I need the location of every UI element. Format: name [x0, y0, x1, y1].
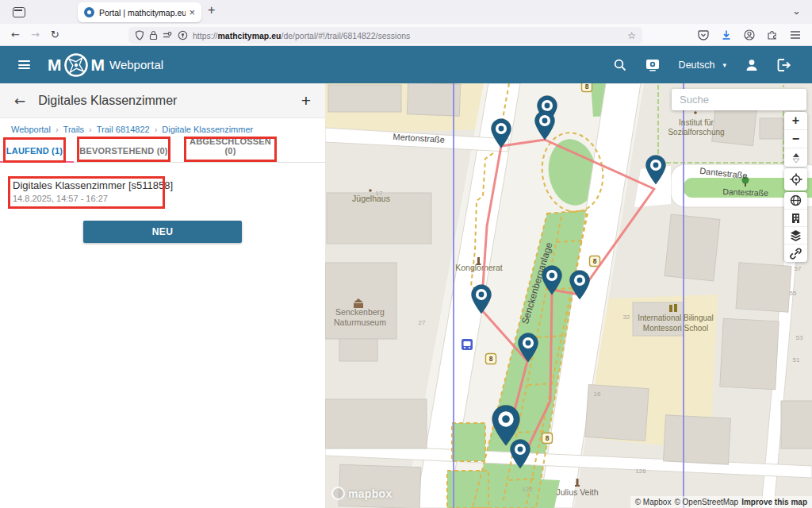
- map-label: 122: [522, 486, 533, 493]
- add-session-button[interactable]: +: [301, 91, 311, 110]
- site-favicon-icon: [84, 7, 94, 17]
- download-icon[interactable]: [721, 29, 732, 40]
- map-label: 32: [623, 314, 630, 321]
- map-label: 53: [796, 334, 803, 341]
- tab-bevorstehend[interactable]: BEVORSTEHEND (0): [77, 146, 170, 162]
- map-label: 57: [795, 265, 802, 272]
- screen: Portal | mathcitymap.eu × + ⌄ ← → ↻ http…: [0, 0, 812, 508]
- compass-icon: [63, 52, 90, 79]
- mcm-logo[interactable]: M M Webportal: [48, 52, 163, 79]
- map-attribution: © Mapbox © OpenStreetMap Improve this ma…: [630, 496, 812, 508]
- tab-title: Portal | mathcitymap.eu: [99, 8, 186, 17]
- bus-stop-icon: [462, 339, 473, 350]
- zoom-out-button[interactable]: −: [784, 130, 807, 148]
- extensions-icon[interactable]: [767, 29, 778, 40]
- permissions-icon[interactable]: [163, 31, 173, 40]
- route-shield: 8: [590, 256, 600, 267]
- tab-abgeschlossen[interactable]: ABGESCHLOSSEN (0): [184, 137, 277, 162]
- mapbox-logo[interactable]: mapbox: [331, 487, 392, 500]
- map-label: Konglomerat: [455, 263, 503, 272]
- layer-controls: [784, 192, 807, 262]
- browser-tab[interactable]: Portal | mathcitymap.eu ×: [78, 2, 201, 22]
- new-session-button[interactable]: NEU: [83, 221, 242, 243]
- session-time: 14.8.2025, 14:57 - 16:27: [13, 194, 173, 203]
- route-shield: 8: [486, 354, 496, 364]
- pocket-icon[interactable]: [698, 29, 709, 40]
- sort-control[interactable]: [784, 148, 807, 167]
- improve-map-link[interactable]: Improve this map: [741, 498, 807, 506]
- buildings-button[interactable]: [784, 210, 807, 227]
- bookmark-star-icon[interactable]: ☆: [627, 30, 636, 41]
- tab-laufend[interactable]: LAUFEND (1): [3, 146, 66, 162]
- svg-text:8: 8: [546, 434, 550, 442]
- breadcrumb-link[interactable]: Trail 6814822: [97, 125, 150, 134]
- list-tabs-icon[interactable]: ⌄: [792, 5, 801, 17]
- map-label: 16: [594, 391, 601, 398]
- toolbar-right-icons: [698, 24, 812, 46]
- map-label: 55: [790, 290, 797, 297]
- session-title: Digitales Klassenzimmer [s511858]: [13, 179, 173, 191]
- map-search-input[interactable]: [672, 89, 806, 110]
- user-icon[interactable]: [745, 59, 758, 71]
- map-label: International Bilingual: [638, 314, 714, 322]
- panel-header: ← Digitales Klassenzimmer +: [0, 83, 325, 118]
- url-text: https://mathcitymap.eu/de/portal/#!/trai…: [193, 31, 622, 40]
- logout-icon[interactable]: [777, 59, 791, 71]
- layers-button[interactable]: [784, 227, 807, 244]
- route-shield: 8: [542, 433, 553, 444]
- breadcrumb-link[interactable]: Webportal: [11, 125, 51, 134]
- chevron-down-icon[interactable]: ▾: [722, 61, 726, 69]
- attribution-osm[interactable]: © OpenStreetMap: [674, 498, 738, 506]
- session-list-item[interactable]: Digitales Klassenzimmer [s511858] 14.8.2…: [13, 179, 173, 203]
- location-permission-icon[interactable]: [178, 30, 188, 40]
- map-canvas[interactable]: MertonstraßeSenckenberganlageDantestraße…: [325, 83, 812, 508]
- map-label: 27: [419, 319, 426, 326]
- account-icon[interactable]: [744, 29, 755, 40]
- map-label: 51: [793, 356, 800, 364]
- attribution-mapbox[interactable]: © Mapbox: [635, 498, 672, 506]
- page-title: Digitales Klassenzimmer: [38, 94, 177, 108]
- map-label: 126: [635, 468, 646, 475]
- lock-icon[interactable]: [149, 30, 158, 40]
- zoom-controls: + −: [784, 112, 807, 167]
- sidebar-menu-icon[interactable]: [18, 58, 30, 71]
- search-icon[interactable]: [614, 59, 626, 71]
- active-tab-indicator: [0, 161, 74, 163]
- map-label: Institut für: [679, 118, 714, 127]
- svg-text:8: 8: [593, 257, 597, 265]
- map-label: 17: [376, 190, 383, 197]
- browser-tabstrip: Portal | mathcitymap.eu × + ⌄: [0, 0, 812, 24]
- map-label: Jügelhaus: [352, 194, 390, 203]
- menu-icon[interactable]: [790, 30, 801, 40]
- map-label: Julius Veith: [556, 487, 598, 497]
- locate-button[interactable]: [784, 168, 807, 190]
- session-tabs: LAUFEND (1) BEVORSTEHEND (0) ABGESCHLOSS…: [0, 140, 325, 163]
- map-label: Dantestraße: [722, 187, 768, 198]
- digital-classroom-icon[interactable]: [645, 59, 660, 71]
- map-label: Naturmuseum: [334, 318, 386, 327]
- mcm-appbar: M M Webportal Deutsch ▾: [0, 46, 812, 83]
- back-button[interactable]: ←: [11, 29, 20, 40]
- url-bar[interactable]: https://mathcitymap.eu/de/portal/#!/trai…: [128, 27, 642, 44]
- breadcrumb: Webportal› Trails› Trail 6814822› Digita…: [11, 125, 253, 134]
- zoom-in-button[interactable]: +: [784, 112, 807, 130]
- breadcrumb-link[interactable]: Trails: [63, 125, 84, 134]
- shield-icon[interactable]: [135, 30, 144, 40]
- new-tab-button[interactable]: +: [208, 3, 215, 17]
- svg-text:8: 8: [489, 355, 493, 363]
- share-link-button[interactable]: [784, 244, 807, 262]
- firefox-view-icon[interactable]: [13, 7, 25, 17]
- appbar-actions: Deutsch ▾: [614, 59, 812, 71]
- map-label: Senckenberg: [335, 307, 385, 317]
- tab-close-icon[interactable]: ×: [189, 6, 195, 18]
- route-shield: 8: [582, 83, 592, 92]
- reload-button[interactable]: ↻: [51, 29, 59, 40]
- sessions-panel: ← Digitales Klassenzimmer + Webportal› T…: [0, 83, 325, 508]
- back-arrow-button[interactable]: ←: [14, 93, 25, 109]
- forward-button[interactable]: →: [31, 29, 40, 40]
- breadcrumb-link[interactable]: Digitale Klassenzimmer: [162, 125, 253, 134]
- locate-control: [784, 168, 807, 190]
- svg-text:8: 8: [585, 83, 589, 90]
- globe-button[interactable]: [784, 192, 807, 210]
- language-selector[interactable]: Deutsch: [679, 60, 715, 71]
